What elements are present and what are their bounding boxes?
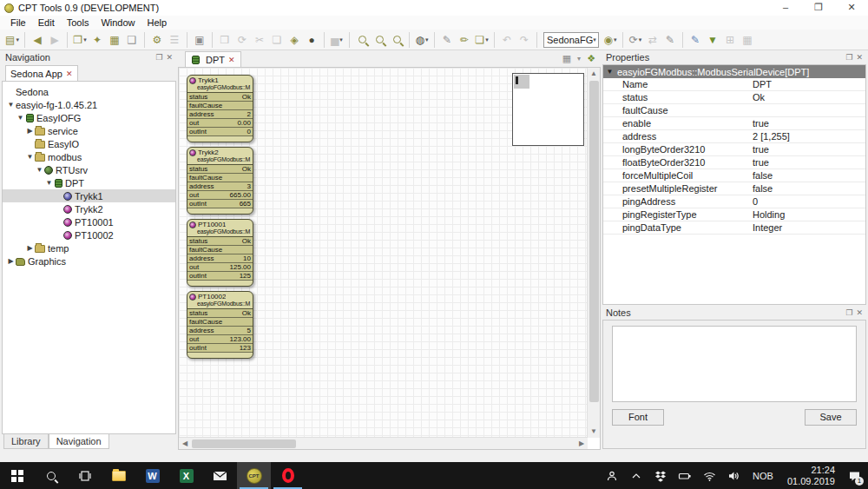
app-combo[interactable]: SedonaFG▾ <box>543 32 599 48</box>
property-value[interactable]: 2 [1,255] <box>753 131 865 142</box>
tree-expander-icon[interactable]: ▶ <box>25 244 35 252</box>
tree-item-sedona[interactable]: Sedona <box>3 85 175 98</box>
chevron-down-icon[interactable]: ▾ <box>16 36 19 43</box>
window-restore-button[interactable]: ❒ <box>216 31 233 49</box>
notes-textarea[interactable] <box>612 326 857 402</box>
pencil-button[interactable]: ✎ <box>687 31 704 49</box>
property-value[interactable]: false <box>753 183 865 194</box>
wiresheet-canvas[interactable]: Trykk1easyioFGModbus::MstatusOkfaultCaus… <box>179 68 588 438</box>
window-refresh-button[interactable]: ⟳ <box>233 31 251 49</box>
property-value[interactable]: false <box>753 170 865 181</box>
taskbar-search-button[interactable] <box>34 462 68 489</box>
sync-button[interactable]: ⇄ <box>644 31 661 49</box>
tab-dpt[interactable]: DPT ✕ <box>185 51 241 67</box>
scroll-up-icon[interactable]: ▲ <box>588 68 600 80</box>
collapse-icon[interactable]: ▼ <box>605 68 615 76</box>
zoom-out-button[interactable] <box>371 31 388 49</box>
property-row-presetmultipleregister[interactable]: presetMultipleRegisterfalse <box>603 182 865 195</box>
property-row-faultcause[interactable]: faultCause <box>603 104 865 117</box>
function-block-trykk2[interactable]: Trykk2easyioFGModbus::MstatusOkfaultCaus… <box>187 147 253 215</box>
tab-sedona-app[interactable]: Sedona App ✕ <box>5 65 78 81</box>
tree-item-dpt[interactable]: ▼DPT <box>3 176 175 189</box>
scroll-left-icon[interactable]: ◀ <box>179 438 191 450</box>
bottom-tab-library[interactable]: Library <box>3 434 49 449</box>
tree-item-easyio-fg-1.0.45.21[interactable]: ▼easyio-fg-1.0.45.21 <box>3 98 175 111</box>
tree-item-pt10001[interactable]: PT10001 <box>3 215 175 228</box>
zoom-reset-button[interactable] <box>388 31 405 49</box>
property-value[interactable]: true <box>753 157 865 168</box>
notification-center-icon[interactable]: 1 <box>844 462 865 489</box>
pin-link-button[interactable]: ✏ <box>456 31 473 49</box>
property-value[interactable]: 0 <box>753 196 865 207</box>
binoculars-button[interactable]: ● <box>303 31 320 49</box>
zoom-in-button[interactable] <box>353 31 371 49</box>
tree-item-easyio[interactable]: EasyIO <box>3 137 175 150</box>
taskbar-cpt-button[interactable]: CPT <box>237 462 271 489</box>
close-panel-icon[interactable]: ✕ <box>856 308 863 317</box>
back-button[interactable]: ◀ <box>29 31 46 49</box>
chevron-down-icon[interactable]: ▾ <box>425 36 429 43</box>
tree-expander-icon[interactable]: ▶ <box>6 257 16 265</box>
property-row-name[interactable]: NameDPT <box>603 78 865 91</box>
property-row-pingdatatype[interactable]: pingDataTypeInteger <box>603 221 865 235</box>
tree-expander-icon[interactable]: ▼ <box>25 153 35 161</box>
bottom-tab-navigation[interactable]: Navigation <box>49 434 109 449</box>
taskbar-file-explorer-button[interactable] <box>102 462 135 489</box>
copy-button[interactable]: ❑ <box>123 31 141 49</box>
save-notes-button[interactable]: Save <box>805 409 857 426</box>
menu-help[interactable]: Help <box>141 17 174 28</box>
window-export-button[interactable]: ❏ <box>268 31 286 49</box>
property-row-longbyteorder3210[interactable]: longByteOrder3210true <box>603 143 865 156</box>
window-key-button[interactable]: ◈ <box>286 31 303 49</box>
tree-item-rtusrv[interactable]: ▼RTUsrv <box>3 163 175 176</box>
chevron-down-icon[interactable]: ▾ <box>593 36 596 43</box>
property-value[interactable]: true <box>753 144 865 155</box>
image-export-button[interactable]: ▦ <box>106 31 123 49</box>
chevron-down-icon[interactable]: ▾ <box>83 36 87 43</box>
function-block-trykk1[interactable]: Trykk1easyioFGModbus::MstatusOkfaultCaus… <box>187 75 253 142</box>
taskbar-word-button[interactable]: W <box>135 462 169 489</box>
property-value[interactable]: true <box>753 118 865 129</box>
property-value[interactable]: Ok <box>753 92 865 102</box>
tree-item-trykk2[interactable]: Trykk2 <box>3 202 175 215</box>
property-row-pingregistertype[interactable]: pingRegisterTypeHolding <box>603 208 865 221</box>
redo-button[interactable]: ↷ <box>516 31 533 49</box>
tree-item-temp[interactable]: ▶temp <box>3 241 175 254</box>
sheet-grid-icon[interactable]: ▦ <box>562 53 571 64</box>
float-panel-icon[interactable]: ❐ <box>155 53 162 62</box>
property-row-status[interactable]: statusOk <box>603 91 865 104</box>
close-panel-icon[interactable]: ✕ <box>166 53 173 62</box>
bug-button[interactable]: ◉▾ <box>602 31 619 49</box>
taskbar-opera-button[interactable] <box>271 462 305 489</box>
tree-expander-icon[interactable]: ▶ <box>25 127 35 135</box>
horizontal-scroll-thumb[interactable] <box>192 439 296 448</box>
tree-expander-icon[interactable]: ▼ <box>44 179 54 187</box>
property-row-pingaddress[interactable]: pingAddress0 <box>603 195 865 208</box>
tree-item-modbus[interactable]: ▼modbus <box>3 150 175 163</box>
float-panel-icon[interactable]: ❐ <box>845 53 852 62</box>
minimap-viewport[interactable] <box>514 75 529 89</box>
taskbar-start-button[interactable] <box>0 462 34 489</box>
tree-item-trykk1[interactable]: Trykk1 <box>3 189 175 202</box>
open-folder-button[interactable]: ❐▾ <box>71 31 89 49</box>
chevron-down-icon[interactable]: ▾ <box>339 36 343 43</box>
restore-button[interactable]: ❐ <box>802 0 835 16</box>
horizontal-scrollbar[interactable]: ◀ ▶ <box>179 437 588 449</box>
tree-expander-icon[interactable]: ▼ <box>35 166 44 174</box>
forward-button[interactable]: ▶ <box>46 31 63 49</box>
minimize-button[interactable]: – <box>769 0 802 16</box>
service-key-button[interactable]: ⚙ <box>148 31 166 49</box>
tree-item-easyiofg[interactable]: ▼EasyIOFG <box>3 111 175 124</box>
vertical-scrollbar[interactable]: ▲ ▼ <box>587 68 600 438</box>
chevron-down-icon[interactable]: ▾ <box>577 55 581 63</box>
undo-button[interactable]: ↶ <box>498 31 516 49</box>
tree-expander-icon[interactable]: ▼ <box>16 114 25 122</box>
link-button[interactable]: ✦ <box>89 31 106 49</box>
chevron-down-icon[interactable]: ▾ <box>485 36 489 43</box>
close-panel-icon[interactable]: ✕ <box>856 53 863 62</box>
taskbar-excel-button[interactable]: X <box>169 462 203 489</box>
keyboard-button[interactable]: ▦ <box>739 31 756 49</box>
menu-edit[interactable]: Edit <box>32 17 61 28</box>
hand-tool-button[interactable]: ◍▾ <box>413 31 431 49</box>
language-indicator[interactable]: NOB <box>747 471 779 481</box>
